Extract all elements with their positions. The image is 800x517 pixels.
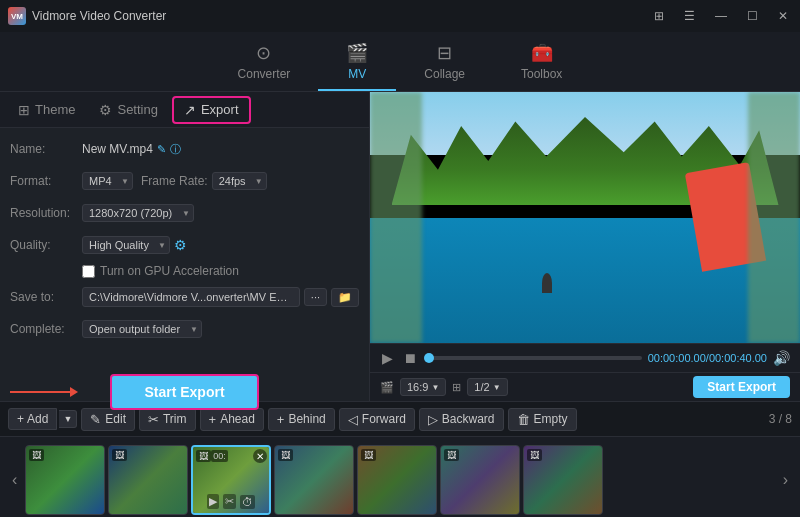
start-export-button[interactable]: Start Export: [110, 374, 258, 410]
blur-right: [748, 92, 800, 343]
clip-image-icon: 🖼: [29, 449, 44, 461]
clip-close-icon[interactable]: ✕: [253, 449, 267, 463]
gpu-checkbox[interactable]: [82, 265, 95, 278]
start-export-small-button[interactable]: Start Export: [693, 376, 790, 398]
resolution-select[interactable]: 1280x720 (720p): [82, 204, 194, 222]
theme-grid-icon: ⊞: [18, 102, 30, 118]
edit-label: Edit: [105, 412, 126, 426]
clip-image-icon: 🖼: [527, 449, 542, 461]
quality-icon: ⊞: [452, 381, 461, 394]
left-panel: ⊞ Theme ⚙ Setting ↗ Export Name: New MV.…: [0, 92, 370, 401]
tab-collage[interactable]: ⊟ Collage: [396, 36, 493, 91]
add-btn-group: + Add ▼: [8, 408, 77, 430]
trim-label: Trim: [163, 412, 187, 426]
save-path-display: C:\Vidmore\Vidmore V...onverter\MV Expor…: [82, 287, 300, 307]
list-item[interactable]: 🖼 00: ✕ ▶ ✂ ⏱: [191, 445, 271, 515]
arrow-indicator: [10, 387, 78, 397]
add-button[interactable]: + Add: [8, 408, 57, 430]
close-button[interactable]: ✕: [774, 7, 792, 25]
subtab-theme[interactable]: ⊞ Theme: [8, 98, 85, 122]
maximize-button[interactable]: ☐: [743, 7, 762, 25]
tab-toolbox[interactable]: 🧰 Toolbox: [493, 36, 590, 91]
timeline-next[interactable]: ›: [779, 469, 792, 491]
behind-button[interactable]: + Behind: [268, 408, 335, 431]
trim-button[interactable]: ✂ Trim: [139, 408, 196, 431]
subtab-theme-label: Theme: [35, 102, 75, 117]
tab-mv-label: MV: [348, 67, 366, 81]
name-edit-icon[interactable]: ✎: [157, 143, 166, 156]
timeline-prev[interactable]: ‹: [8, 469, 21, 491]
clip-thumbnail: 🖼: [275, 446, 353, 514]
add-dropdown-button[interactable]: ▼: [59, 410, 77, 428]
trim-icon: ✂: [148, 412, 159, 427]
grid-icon-btn[interactable]: ⊞: [650, 7, 668, 25]
ahead-label: Ahead: [220, 412, 255, 426]
framerate-wrapper: Frame Rate: 24fps: [141, 172, 267, 190]
toolbox-icon: 🧰: [531, 42, 553, 64]
saveto-more-button[interactable]: ···: [304, 288, 327, 306]
menu-icon-btn[interactable]: ☰: [680, 7, 699, 25]
arrow-head: [70, 387, 78, 397]
clip-thumbnail: 🖼: [26, 446, 104, 514]
complete-select[interactable]: Open output folder: [82, 320, 202, 338]
forward-button[interactable]: ◁ Forward: [339, 408, 415, 431]
framerate-select[interactable]: 24fps: [212, 172, 267, 190]
list-item[interactable]: 🖼: [108, 445, 188, 515]
play-button[interactable]: ▶: [380, 348, 395, 368]
fps-select-wrapper: 24fps: [212, 172, 267, 190]
player-controls: ▶ ⏹ 00:00:00.00/00:00:40.00 🔊: [370, 343, 800, 372]
clip-thumbnail: 🖼: [358, 446, 436, 514]
nav-tabs: ⊙ Converter 🎬 MV ⊟ Collage 🧰 Toolbox: [0, 32, 800, 92]
framerate-label: Frame Rate:: [141, 174, 208, 188]
name-info-icon[interactable]: ⓘ: [170, 142, 181, 157]
tab-mv[interactable]: 🎬 MV: [318, 36, 396, 91]
ratio-icon: 🎬: [380, 381, 394, 394]
complete-label: Complete:: [10, 322, 82, 336]
titlebar: VM Vidmore Video Converter ⊞ ☰ — ☐ ✕: [0, 0, 800, 32]
titlebar-left: VM Vidmore Video Converter: [8, 7, 166, 25]
add-label: Add: [27, 412, 48, 426]
backward-label: Backward: [442, 412, 495, 426]
tab-toolbox-label: Toolbox: [521, 67, 562, 81]
backward-button[interactable]: ▷ Backward: [419, 408, 504, 431]
subtab-export-label: Export: [201, 102, 239, 117]
ahead-button[interactable]: + Ahead: [200, 408, 264, 431]
clip-image-icon: 🖼: [196, 450, 211, 462]
clip-cut-icon[interactable]: ✂: [223, 494, 236, 509]
clip-image-icon: 🖼: [444, 449, 459, 461]
list-item[interactable]: 🖼: [523, 445, 603, 515]
subtab-export[interactable]: ↗ Export: [172, 96, 251, 124]
saveto-label: Save to:: [10, 290, 82, 304]
list-item[interactable]: 🖼: [357, 445, 437, 515]
clip-settings-icon[interactable]: ⏱: [240, 495, 255, 509]
list-item[interactable]: 🖼: [25, 445, 105, 515]
clip-image-icon: 🖼: [112, 449, 127, 461]
progress-bar[interactable]: [425, 356, 642, 360]
clip-duration: 00:: [211, 450, 228, 462]
app-icon: VM: [8, 7, 26, 25]
right-panel: ▶ ⏹ 00:00:00.00/00:00:40.00 🔊 🎬 16:9 ⊞ 1…: [370, 92, 800, 401]
controls-row2: 🎬 16:9 ⊞ 1/2 Start Export: [370, 372, 800, 401]
format-select[interactable]: MP4: [82, 172, 133, 190]
clip-image-icon: 🖼: [361, 449, 376, 461]
setting-gear-icon: ⚙: [99, 102, 112, 118]
sub-tabs: ⊞ Theme ⚙ Setting ↗ Export: [0, 92, 369, 128]
edit-button[interactable]: ✎ Edit: [81, 408, 135, 431]
ratio-button[interactable]: 16:9: [400, 378, 446, 396]
quality-select[interactable]: High Quality: [82, 236, 170, 254]
subtab-setting[interactable]: ⚙ Setting: [89, 98, 167, 122]
list-item[interactable]: 🖼: [440, 445, 520, 515]
quality-gear-icon[interactable]: ⚙: [174, 237, 187, 253]
app-title: Vidmore Video Converter: [32, 9, 166, 23]
stop-button[interactable]: ⏹: [401, 348, 419, 368]
volume-icon[interactable]: 🔊: [773, 350, 790, 366]
list-item[interactable]: 🖼: [274, 445, 354, 515]
empty-button[interactable]: 🗑 Empty: [508, 408, 577, 431]
tab-converter[interactable]: ⊙ Converter: [210, 36, 319, 91]
saveto-folder-button[interactable]: 📁: [331, 288, 359, 307]
minimize-button[interactable]: —: [711, 7, 731, 25]
plus-icon: +: [17, 412, 24, 426]
trash-icon: 🗑: [517, 412, 530, 427]
clip-play-icon[interactable]: ▶: [207, 494, 219, 509]
quality-button[interactable]: 1/2: [467, 378, 507, 396]
